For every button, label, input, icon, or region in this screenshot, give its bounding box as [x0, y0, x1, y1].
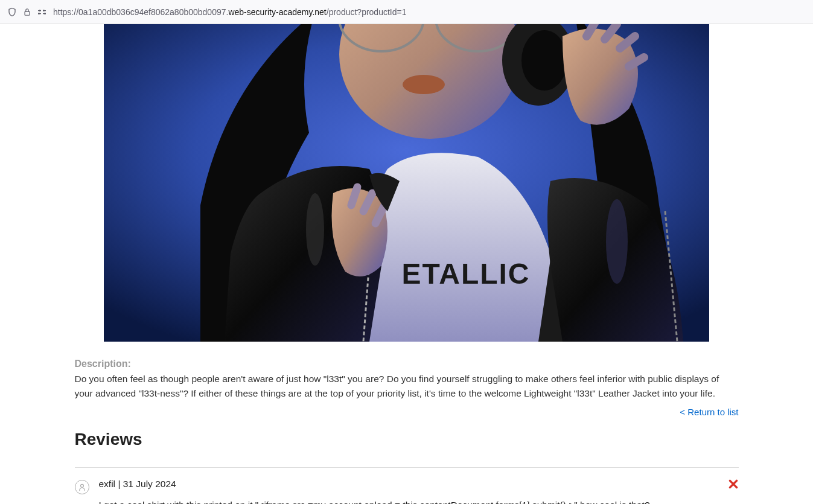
svg-point-8	[44, 13, 46, 14]
review-date: 31 July 2024	[123, 479, 176, 489]
description-text: Do you often feel as though people aren'…	[75, 372, 739, 401]
avatar	[75, 480, 89, 494]
delete-icon[interactable]	[728, 479, 739, 492]
browser-address-bar: https://0a1a00db036c94ef8062a80b00bd0097…	[0, 0, 813, 24]
url-prefix: https://0a1a00db036c94ef8062a80b00bd0097…	[53, 7, 228, 17]
svg-point-21	[80, 484, 83, 487]
review-separator: |	[115, 479, 123, 489]
divider	[75, 467, 739, 468]
svg-point-4	[38, 13, 40, 14]
svg-point-6	[43, 10, 45, 11]
page-content: ETALLIC Description: Do you often feel a…	[63, 24, 751, 504]
permissions-icon	[37, 7, 47, 17]
review-meta: exfil | 31 July 2024	[99, 479, 718, 490]
shield-icon	[7, 7, 17, 17]
reviews-heading: Reviews	[75, 430, 739, 455]
review-author: exfil	[99, 479, 116, 489]
review-item: exfil | 31 July 2024 I got a cool shirt …	[75, 479, 739, 504]
svg-rect-0	[25, 11, 30, 15]
description-label: Description:	[75, 359, 739, 369]
url-display[interactable]: https://0a1a00db036c94ef8062a80b00bd0097…	[53, 7, 806, 17]
review-body: exfil | 31 July 2024 I got a cool shirt …	[99, 479, 718, 504]
return-to-list-link[interactable]: < Return to list	[680, 407, 738, 417]
review-text: I got a cool shirt with this printed on …	[99, 498, 718, 504]
return-link-container: < Return to list	[75, 407, 739, 418]
svg-point-2	[39, 10, 41, 11]
svg-point-20	[606, 199, 628, 284]
svg-point-19	[306, 193, 324, 266]
svg-point-15	[521, 30, 567, 91]
url-domain: web-security-academy.net	[228, 7, 326, 17]
product-image: ETALLIC	[104, 24, 709, 342]
svg-point-13	[403, 75, 445, 94]
url-path: /product?productId=1	[327, 7, 407, 17]
svg-text:ETALLIC: ETALLIC	[401, 258, 530, 290]
lock-icon	[23, 8, 31, 16]
